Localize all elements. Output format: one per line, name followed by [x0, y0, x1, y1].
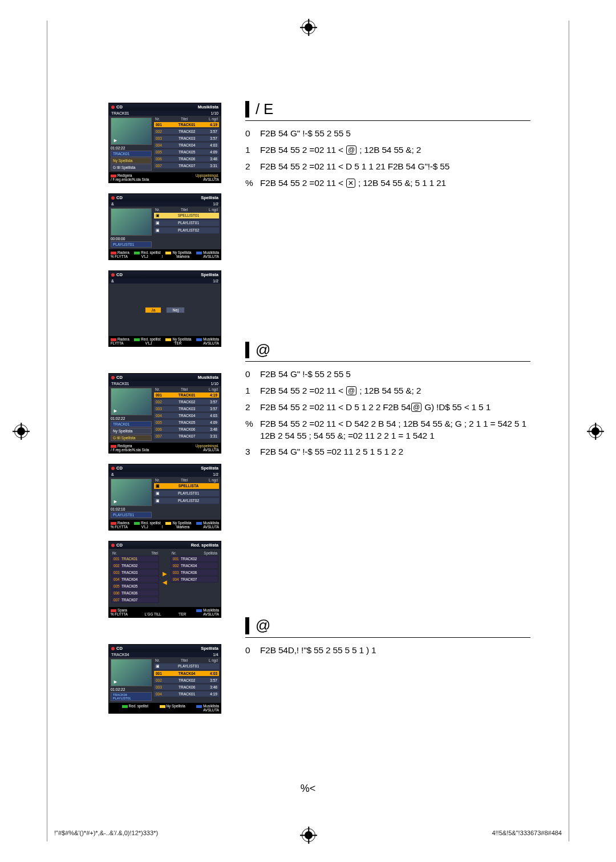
fn-upps[interactable]: Uppspelningsl. — [196, 173, 219, 177]
list-item[interactable]: 006TRACK06 — [111, 590, 159, 596]
header-cd: CD — [116, 104, 123, 110]
table-row[interactable]: 005TRACK054:09 — [153, 419, 220, 426]
action-gtill[interactable]: G till Spellista — [111, 164, 152, 171]
table-row[interactable]: ▣PLAYLIST02 — [153, 497, 220, 504]
table-row[interactable]: ▣SPELLIST01 — [153, 212, 220, 219]
table-row[interactable]: 001TRACK044:03 — [153, 670, 220, 677]
list-item[interactable]: 001TRACK02 — [171, 556, 218, 562]
fn-musik[interactable]: Musiklista — [203, 608, 219, 612]
action-ny-spellista[interactable]: Ny Spellista — [111, 157, 152, 164]
fn-ter[interactable]: 'TER — [178, 612, 186, 616]
playtime: 00:00:00 — [111, 237, 152, 241]
header-mode: Spellista — [201, 195, 218, 200]
count: 1/10 — [210, 382, 218, 386]
table-row[interactable]: 007TRACK073:31 — [153, 163, 220, 169]
fn-nyspel[interactable]: Ny Spellista — [167, 704, 185, 708]
fn-lggtill[interactable]: L'GG TILL — [145, 612, 161, 616]
screen-edit-spellista: CD Red. spellista Nr.Titel 001TRACK01 00… — [108, 541, 221, 618]
fn-redspel[interactable]: Red. spellist — [141, 337, 160, 341]
fn-avsluta[interactable]: AVSLUTA — [203, 177, 219, 181]
fn-radera[interactable]: Radera — [117, 521, 129, 525]
table-row[interactable]: 006TRACK063:48 — [153, 156, 220, 162]
table-row[interactable]: 003TRACK063:48 — [153, 684, 220, 690]
fn-radera[interactable]: Radera — [117, 250, 129, 254]
action-nyspel[interactable]: Ny Spellista — [111, 428, 152, 434]
fn-vlj[interactable]: V'LJ — [145, 341, 152, 345]
fn-musik[interactable]: Musiklista — [203, 521, 219, 525]
fn-radera[interactable]: Radera — [117, 337, 129, 341]
header-cd: CD — [116, 195, 123, 200]
list-item[interactable]: 002TRACK04 — [171, 562, 218, 569]
fn-avsluta[interactable]: AVSLUTA — [203, 341, 219, 345]
fn-redspel[interactable]: Red. spellist — [141, 521, 160, 525]
fn-avsluta[interactable]: AVSLUTA — [203, 612, 219, 616]
section-title-3: @ — [245, 616, 530, 637]
playtime: 01:02:10 — [111, 507, 152, 511]
fn-nyspel[interactable]: Ny Spellista — [172, 521, 191, 525]
list-item[interactable]: 003TRACK03 — [111, 569, 159, 576]
list-item[interactable]: 003TRACK06 — [171, 569, 218, 576]
fn-foreg: F.reg.ensde/N.sta Sida — [113, 177, 149, 181]
table-row[interactable]: 001TRACK014:19 — [153, 122, 220, 128]
thumbnail — [111, 208, 152, 236]
fn-vlj[interactable]: V'LJ — [141, 525, 148, 529]
dialog-nej-button[interactable]: Nej — [166, 307, 185, 313]
list-item[interactable]: 002TRACK02 — [111, 562, 159, 569]
table-row[interactable]: 007TRACK073:31 — [153, 433, 220, 439]
th-spel: Spellista — [204, 551, 217, 555]
fn-nyspel[interactable]: Ny Spellista — [172, 337, 191, 341]
footer-left: !"#$#%&'()*#+)*,&-..&'/.&,0)!12*)333*) — [54, 829, 158, 836]
table-row[interactable]: 002TRACK023:57 — [153, 677, 220, 683]
th-titel: Titel — [181, 387, 188, 391]
list-item[interactable]: 004TRACK07 — [171, 576, 218, 582]
fn-ter[interactable]: 'TER — [173, 341, 181, 345]
action-pl01[interactable]: PLAYLIST01 — [111, 512, 152, 518]
fn-redigera[interactable]: Redigera — [117, 173, 132, 177]
list-item[interactable]: 001TRACK01 — [111, 556, 159, 562]
list-item[interactable]: 007TRACK07 — [111, 597, 159, 603]
fn-upps[interactable]: Uppspelningsl. — [196, 444, 219, 448]
action-gtill[interactable]: G till Spellista — [111, 435, 152, 441]
fn-avsluta[interactable]: AVSLUTA — [203, 525, 219, 529]
table-row[interactable]: ▣SPELLISTA — [153, 483, 220, 489]
table-row[interactable]: 003TRACK033:57 — [153, 135, 220, 141]
fn-spara[interactable]: Spara — [117, 608, 127, 612]
table-row[interactable]: 005TRACK054:09 — [153, 149, 220, 155]
table-row[interactable]: 004TRACK044:03 — [153, 412, 220, 419]
table-row[interactable]: 001TRACK014:19 — [153, 392, 220, 398]
arrow-left-icon[interactable]: ◀ — [163, 579, 167, 585]
table-row[interactable]: 004TRACK014:19 — [153, 691, 220, 697]
fn-musik[interactable]: Musiklista — [203, 704, 219, 708]
table-row[interactable]: 002TRACK023:57 — [153, 128, 220, 135]
fn-redigera[interactable]: Redigera — [117, 444, 132, 448]
list-item[interactable]: 004TRACK04 — [111, 576, 159, 582]
screen-musiklista-1: CD Musiklista TRACK01 1/10 ► 01:02:22 TR… — [108, 103, 221, 183]
fn-avsluta[interactable]: AVSLUTA — [203, 254, 219, 258]
fn-avsluta[interactable]: AVSLUTA — [203, 448, 219, 452]
table-row[interactable]: ▣PLAYLIST01 — [153, 490, 220, 497]
table-row[interactable]: 003TRACK033:57 — [153, 406, 220, 412]
table-row[interactable]: ▣PLAYLIST01 — [153, 220, 220, 226]
fn-markera[interactable]: Markera — [176, 254, 189, 258]
table-row[interactable]: 002TRACK023:57 — [153, 399, 220, 405]
table-row[interactable]: 004TRACK044:03 — [153, 142, 220, 148]
table-row[interactable]: 006TRACK063:48 — [153, 426, 220, 432]
fn-markera[interactable]: Markera — [176, 525, 189, 529]
fn-nyspel[interactable]: Ny Spellista — [172, 250, 191, 254]
dialog-ja-button[interactable]: Ja — [145, 307, 161, 313]
table-row[interactable]: ▣PLAYLIST01 — [153, 663, 220, 670]
fn-musik[interactable]: Musiklista — [203, 250, 219, 254]
list-item[interactable]: 005TRACK05 — [111, 583, 159, 589]
playtime: 01:02:22 — [111, 416, 152, 420]
th-langd: L ngd — [209, 208, 218, 212]
arrow-right-icon[interactable]: ▶ — [163, 570, 167, 577]
fn-avsluta[interactable]: AVSLUTA — [203, 708, 219, 712]
action-pl01[interactable]: PLAYLIST01 — [111, 241, 152, 248]
fn-vlj[interactable]: V'LJ — [141, 254, 148, 258]
th-nr: Nr. — [155, 478, 160, 482]
table-row[interactable]: ▣PLAYLIST02 — [153, 227, 220, 234]
fn-redspel[interactable]: Red. spellist — [129, 704, 148, 708]
fn-foreg: F.reg.ensde/N.sta Sida — [113, 448, 149, 452]
fn-redspel[interactable]: Red. spellist — [141, 250, 160, 254]
fn-musik[interactable]: Musiklista — [203, 337, 219, 341]
